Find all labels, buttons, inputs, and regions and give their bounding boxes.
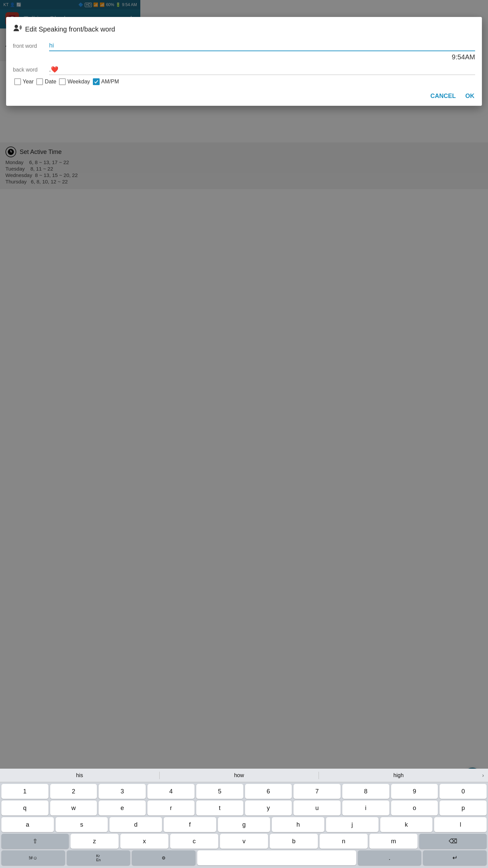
checkbox-row: Year Date Weekday AM/PM (13, 78, 140, 85)
front-word-input[interactable] (49, 42, 140, 49)
edit-speaking-dialog: Edit Speaking front/back word front word… (6, 17, 140, 106)
time-preview-row: 9:54AM (13, 53, 140, 61)
checkbox-date[interactable]: Date (36, 78, 56, 85)
dialog-buttons: CANCEL OK (13, 91, 140, 101)
date-checkbox-box[interactable] (36, 78, 43, 85)
weekday-checkbox-box[interactable] (59, 78, 66, 85)
year-checkbox-label: Year (23, 79, 34, 85)
ampm-checkbox-label: AM/PM (101, 79, 119, 85)
checkbox-weekday[interactable]: Weekday (59, 78, 90, 85)
back-word-label: back word (13, 67, 45, 75)
weekday-checkbox-label: Weekday (67, 79, 90, 85)
ampm-checkbox-box[interactable] (93, 78, 100, 85)
checkbox-year[interactable]: Year (14, 78, 34, 85)
front-word-input-wrap (49, 42, 140, 51)
speaker-person-icon (13, 24, 22, 35)
dialog-title-row: Edit Speaking front/back word (13, 24, 140, 35)
checkbox-ampm[interactable]: AM/PM (93, 78, 119, 85)
back-word-input-wrap: .❤️ (49, 66, 140, 75)
back-word-row: back word .❤️ (13, 66, 140, 75)
heart-emoji: ❤️ (51, 66, 58, 73)
front-word-row: front word (13, 42, 140, 51)
year-checkbox-box[interactable] (14, 78, 21, 85)
dialog-title: Edit Speaking front/back word (25, 25, 115, 33)
svg-point-5 (15, 25, 18, 28)
date-checkbox-label: Date (45, 79, 56, 85)
back-word-value: .❤️ (49, 66, 58, 73)
front-word-label: front word (13, 43, 45, 51)
